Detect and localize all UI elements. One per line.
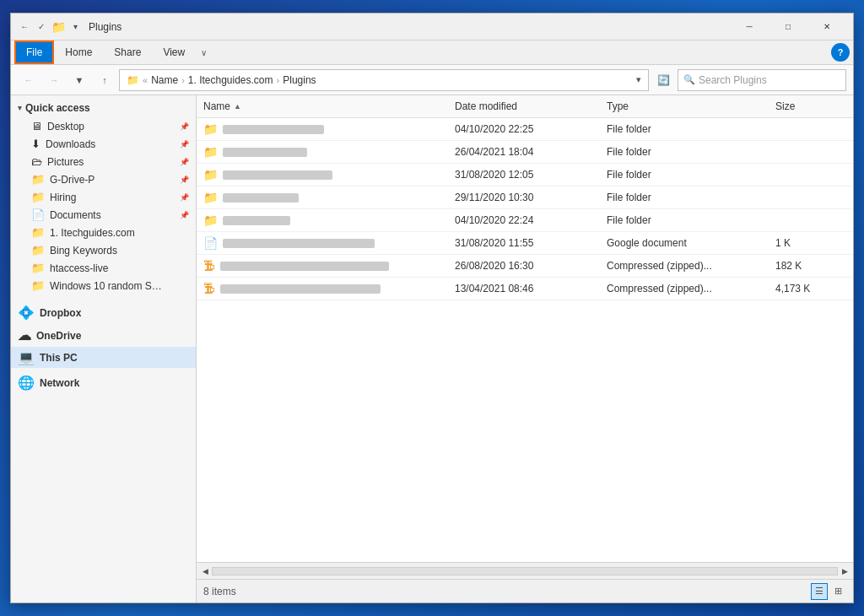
zip-icon: 🗜 <box>203 259 215 273</box>
file-type: File folder <box>600 122 769 137</box>
sidebar-item-downloads[interactable]: ⬇ Downloads 📌 <box>11 135 196 153</box>
thispc-label: This PC <box>40 352 78 364</box>
sidebar-item-hiring[interactable]: 📁 Hiring 📌 <box>11 188 196 206</box>
search-placeholder: Search Plugins <box>699 74 767 86</box>
col-header-size[interactable]: Size <box>769 99 853 114</box>
file-size <box>769 127 853 131</box>
path-part-4: Plugins <box>283 74 316 86</box>
help-button[interactable]: ? <box>831 43 850 62</box>
column-headers: Name ▲ Date modified Type Size <box>197 95 853 118</box>
documents-icon: 📄 <box>31 208 45 221</box>
table-row[interactable]: 📁 31/08/2020 12:05 File folder <box>197 164 853 186</box>
tab-home[interactable]: Home <box>54 41 103 64</box>
folder-icon: 📁 <box>203 122 218 136</box>
sidebar-section-onedrive[interactable]: ☁ OneDrive <box>11 324 196 347</box>
table-row[interactable]: 📁 04/10/2020 22:25 File folder <box>197 118 853 141</box>
file-size <box>769 196 853 199</box>
folder-icon: 📁 <box>203 145 218 159</box>
up-button[interactable]: ↑ <box>94 69 116 91</box>
file-type: File folder <box>600 213 769 228</box>
table-row[interactable]: 🗜 13/04/2021 08:46 Compressed (zipped)..… <box>197 278 853 300</box>
table-row[interactable]: 📁 26/04/2021 18:04 File folder <box>197 141 853 164</box>
sidebar-item-label: 1. Itechguides.com <box>50 227 135 239</box>
file-name-blurred <box>220 262 389 271</box>
sidebar-item-label: Desktop <box>47 121 84 132</box>
table-row[interactable]: 📁 04/10/2020 22:24 File folder <box>197 209 853 232</box>
file-explorer-window: ← ✓ 📁 ▾ Plugins ─ □ ✕ File Home Share Vi… <box>10 13 854 603</box>
path-part-1: 📁 <box>127 74 139 86</box>
title-bar-icons: ← ✓ 📁 ▾ <box>18 20 82 34</box>
col-header-date[interactable]: Date modified <box>448 99 600 114</box>
file-name-blurred <box>223 125 324 134</box>
sidebar-item-label: htaccess-live <box>50 262 108 274</box>
table-row[interactable]: 🗜 26/08/2020 16:30 Compressed (zipped)..… <box>197 255 853 278</box>
forward-button[interactable]: → <box>43 69 65 91</box>
network-icon: 🌐 <box>18 375 35 391</box>
file-date: 13/04/2021 08:46 <box>448 281 600 296</box>
sidebar-section-thispc[interactable]: 💻 This PC <box>11 347 196 368</box>
item-count: 8 items <box>203 586 236 597</box>
details-view-button[interactable]: ☰ <box>811 583 828 600</box>
sort-arrow: ▲ <box>234 102 241 111</box>
file-size: 1 K <box>769 235 853 251</box>
ribbon-chevron[interactable]: ∨ <box>196 48 212 57</box>
htaccess-icon: 📁 <box>31 262 45 274</box>
table-row[interactable]: 📄 31/08/2020 11:55 Google document 1 K <box>197 232 853 255</box>
sidebar-item-windows10[interactable]: 📁 Windows 10 random S… <box>11 277 196 294</box>
file-date: 04/10/2020 22:25 <box>448 122 600 137</box>
sidebar-item-bing[interactable]: 📁 Bing Keywords <box>11 241 196 259</box>
file-type: Google document <box>600 235 769 251</box>
itechguides-icon: 📁 <box>31 226 45 239</box>
recent-locations-button[interactable]: ▼ <box>68 69 90 91</box>
refresh-button[interactable]: 🔄 <box>652 69 674 91</box>
sidebar-item-documents[interactable]: 📄 Documents 📌 <box>11 206 196 224</box>
zip-icon: 🗜 <box>203 282 215 295</box>
tab-share[interactable]: Share <box>103 41 152 64</box>
sidebar-section-network[interactable]: 🌐 Network <box>11 371 196 394</box>
file-type: File folder <box>600 167 769 182</box>
sidebar-item-label: Windows 10 random S… <box>50 280 162 292</box>
table-row[interactable]: 📁 29/11/2020 10:30 File folder <box>197 186 853 209</box>
hiring-icon: 📁 <box>31 191 45 203</box>
scroll-left-button[interactable]: ◀ <box>198 565 212 578</box>
pin-icon: 📌 <box>180 193 189 202</box>
back-button[interactable]: ← <box>18 69 40 91</box>
search-box[interactable]: 🔍 Search Plugins <box>678 69 846 91</box>
file-name-blurred <box>223 170 332 180</box>
address-path[interactable]: 📁 « Name › 1. Itechguides.com › Plugins … <box>119 69 649 91</box>
sidebar-item-desktop[interactable]: 🖥 Desktop 📌 <box>11 117 196 135</box>
folder-icon: 📁 <box>203 168 218 181</box>
maximize-button[interactable]: □ <box>769 14 807 41</box>
sidebar-item-pictures[interactable]: 🗁 Pictures 📌 <box>11 153 196 170</box>
tab-view[interactable]: View <box>152 41 196 64</box>
window-controls: ─ □ ✕ <box>730 14 846 41</box>
folder-icon: 📁 <box>203 213 218 227</box>
back-icon: ← <box>18 20 31 34</box>
sidebar-item-itechguides[interactable]: 📁 1. Itechguides.com <box>11 224 196 241</box>
col-header-type[interactable]: Type <box>600 99 769 114</box>
pin-icon: 📌 <box>180 122 189 131</box>
file-type: File folder <box>600 190 769 205</box>
sidebar-item-label: Documents <box>50 209 101 221</box>
content-area: Name ▲ Date modified Type Size 📁 <box>197 95 853 602</box>
file-name-blurred <box>223 193 299 203</box>
sidebar-item-htaccess[interactable]: 📁 htaccess-live <box>11 259 196 277</box>
col-header-name[interactable]: Name ▲ <box>197 99 448 114</box>
sidebar-section-quick-access[interactable]: ▾ Quick access <box>11 99 196 117</box>
scroll-area: ◀ ▶ <box>197 562 853 579</box>
close-button[interactable]: ✕ <box>807 14 846 41</box>
h-scroll-track[interactable] <box>212 567 838 575</box>
tab-file[interactable]: File <box>14 41 54 64</box>
minimize-button[interactable]: ─ <box>730 14 769 41</box>
path-dropdown[interactable]: ▾ <box>636 74 641 85</box>
view-toggle: ☰ ⊞ <box>811 583 846 600</box>
large-icon-view-button[interactable]: ⊞ <box>829 583 846 600</box>
sidebar-section-dropbox[interactable]: 💠 Dropbox <box>11 301 196 324</box>
title-bar: ← ✓ 📁 ▾ Plugins ─ □ ✕ <box>11 14 853 41</box>
scroll-right-button[interactable]: ▶ <box>838 565 851 578</box>
file-date: 29/11/2020 10:30 <box>448 190 600 205</box>
pictures-icon: 🗁 <box>31 155 42 168</box>
file-size <box>769 173 853 176</box>
sidebar-item-gdrive[interactable]: 📁 G-Drive-P 📌 <box>11 170 196 188</box>
pin-icon: 📌 <box>180 211 189 219</box>
